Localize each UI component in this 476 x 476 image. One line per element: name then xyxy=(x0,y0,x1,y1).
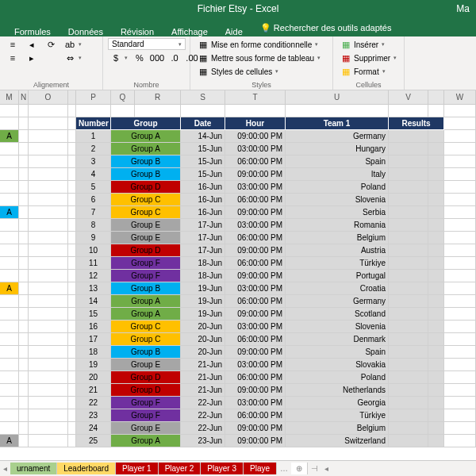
cell-date[interactable]: 15-Jun xyxy=(181,155,225,168)
cell-result[interactable] xyxy=(389,371,428,384)
cell-number[interactable]: 8 xyxy=(76,219,111,232)
cell-hour[interactable]: 09:00:00 PM xyxy=(225,244,286,257)
cell[interactable] xyxy=(444,257,476,270)
cell-date[interactable]: 23-Jun xyxy=(181,435,225,447)
cell[interactable] xyxy=(444,308,476,321)
cell-date[interactable]: 22-Jun xyxy=(181,422,225,435)
cell-team[interactable]: Spain xyxy=(286,155,389,168)
cell[interactable] xyxy=(29,409,68,422)
cell-result[interactable] xyxy=(389,333,428,346)
cell[interactable] xyxy=(0,117,19,130)
cell-date[interactable]: 14-Jun xyxy=(181,130,225,143)
cell-date[interactable]: 19-Jun xyxy=(181,282,225,295)
cell[interactable] xyxy=(68,397,76,409)
left-tag[interactable]: A xyxy=(0,282,19,295)
cell-number[interactable]: 10 xyxy=(76,244,111,257)
spreadsheet-grid[interactable]: MNOPQRSTUVW NumberGroupDateHourTeam 1Res… xyxy=(0,90,476,460)
cell-result[interactable] xyxy=(389,130,428,143)
cell[interactable] xyxy=(68,295,76,308)
cell-result2[interactable] xyxy=(428,270,444,282)
cell-result2[interactable] xyxy=(428,257,444,270)
cell[interactable] xyxy=(444,130,476,143)
sheet-tab[interactable]: Player 1 xyxy=(116,463,159,474)
cell-date[interactable]: 22-Jun xyxy=(181,397,225,409)
cell[interactable] xyxy=(444,295,476,308)
cell-result[interactable] xyxy=(389,308,428,321)
cell[interactable] xyxy=(68,143,76,155)
cell[interactable] xyxy=(444,244,476,257)
cell[interactable] xyxy=(19,308,29,321)
cell-team[interactable]: Switzerland xyxy=(286,435,389,447)
col-header[interactable]: Q xyxy=(111,90,135,104)
cell-number[interactable]: 15 xyxy=(76,308,111,321)
cell[interactable] xyxy=(19,422,29,435)
cell-hour[interactable]: 06:00:00 PM xyxy=(225,295,286,308)
cell-team[interactable]: Slovakia xyxy=(286,359,389,371)
cell[interactable] xyxy=(444,346,476,359)
cell-hour[interactable]: 09:00:00 PM xyxy=(225,168,286,181)
col-header[interactable]: V xyxy=(389,90,428,104)
cell-hour[interactable]: 09:00:00 PM xyxy=(225,308,286,321)
cell-team[interactable]: Italy xyxy=(286,168,389,181)
cell[interactable] xyxy=(29,206,68,219)
cell[interactable] xyxy=(68,206,76,219)
cell[interactable] xyxy=(29,232,68,244)
cell[interactable] xyxy=(29,282,68,295)
header-date[interactable]: Date xyxy=(181,117,225,130)
cell-team[interactable]: Croatia xyxy=(286,282,389,295)
cell-group[interactable]: Group A xyxy=(111,308,181,321)
cell-number[interactable]: 3 xyxy=(76,155,111,168)
left-tag[interactable]: A xyxy=(0,206,19,219)
cell-result2[interactable] xyxy=(428,244,444,257)
cell-hour[interactable]: 09:00:00 PM xyxy=(225,130,286,143)
cell-number[interactable]: 25 xyxy=(76,435,111,447)
cell[interactable] xyxy=(29,384,68,397)
inc-decimal-button[interactable]: .0 xyxy=(167,52,182,64)
cell[interactable] xyxy=(68,359,76,371)
cell[interactable] xyxy=(19,206,29,219)
cell-result2[interactable] xyxy=(428,143,444,155)
merge-button[interactable]: ⇔ xyxy=(62,52,84,64)
cell[interactable] xyxy=(19,143,29,155)
cell-group[interactable]: Group D xyxy=(111,384,181,397)
cell-team[interactable]: Slovenia xyxy=(286,321,389,333)
cell-team[interactable]: Poland xyxy=(286,181,389,194)
cell[interactable] xyxy=(29,397,68,409)
cell[interactable] xyxy=(19,346,29,359)
cell[interactable] xyxy=(19,270,29,282)
cell[interactable] xyxy=(0,105,19,117)
cell[interactable] xyxy=(29,321,68,333)
cell-date[interactable]: 15-Jun xyxy=(181,168,225,181)
cell[interactable] xyxy=(181,105,225,117)
cell[interactable] xyxy=(19,384,29,397)
cell-date[interactable]: 20-Jun xyxy=(181,346,225,359)
cell-result[interactable] xyxy=(389,435,428,447)
left-tag[interactable] xyxy=(0,155,19,168)
cell-hour[interactable]: 03:00:00 PM xyxy=(225,219,286,232)
cell-date[interactable]: 17-Jun xyxy=(181,232,225,244)
cell-number[interactable]: 5 xyxy=(76,181,111,194)
left-tag[interactable] xyxy=(0,181,19,194)
cell-result[interactable] xyxy=(389,232,428,244)
cell[interactable] xyxy=(19,295,29,308)
cell-result[interactable] xyxy=(389,359,428,371)
col-header[interactable]: R xyxy=(135,90,181,104)
cell-number[interactable]: 19 xyxy=(76,359,111,371)
cell-hour[interactable]: 03:00:00 PM xyxy=(225,321,286,333)
percent-button[interactable]: % xyxy=(132,52,148,64)
cell-hour[interactable]: 06:00:00 PM xyxy=(225,409,286,422)
cell-result2[interactable] xyxy=(428,219,444,232)
cell-team[interactable]: Serbia xyxy=(286,206,389,219)
cell[interactable] xyxy=(29,333,68,346)
cell-result[interactable] xyxy=(389,346,428,359)
cell[interactable] xyxy=(29,130,68,143)
cell-group[interactable]: Group D xyxy=(111,371,181,384)
cell[interactable] xyxy=(29,422,68,435)
cell[interactable] xyxy=(19,359,29,371)
cell[interactable] xyxy=(29,168,68,181)
cell-number[interactable]: 24 xyxy=(76,422,111,435)
cell-result[interactable] xyxy=(389,422,428,435)
cell-team[interactable]: Hungary xyxy=(286,143,389,155)
cell-team[interactable]: Türkiye xyxy=(286,257,389,270)
cell[interactable] xyxy=(19,105,29,117)
